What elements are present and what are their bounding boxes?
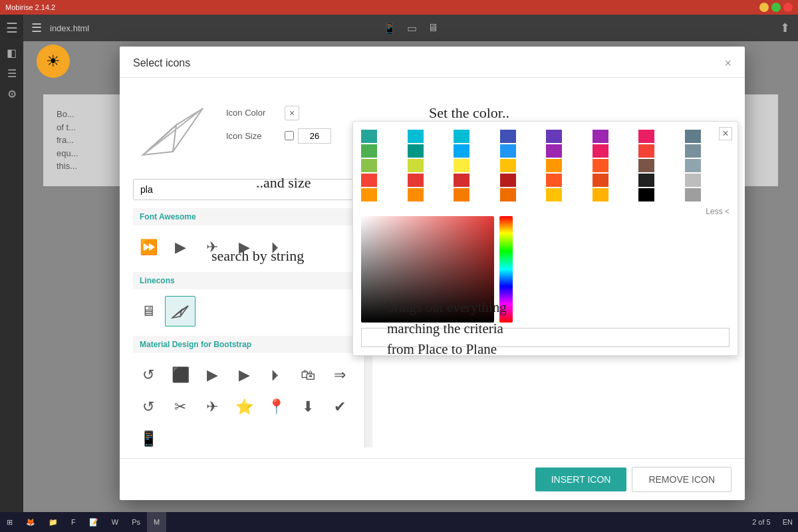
font-awesome-grid: ⏩ ▶ ✈ ▶ ⏵ xyxy=(133,229,364,265)
color-swatch-28[interactable] xyxy=(546,174,562,187)
color-swatch-21[interactable] xyxy=(593,159,608,172)
header-right: ⬆ xyxy=(780,21,790,35)
color-swatch-6[interactable] xyxy=(638,130,654,143)
taskbar-firefox[interactable]: 🦊 xyxy=(19,512,42,532)
icon-md-11[interactable]: ⭐ xyxy=(229,392,259,422)
color-swatch-0[interactable] xyxy=(361,130,377,143)
color-swatch-9[interactable] xyxy=(408,144,424,158)
color-swatch-19[interactable] xyxy=(500,159,516,172)
close-btn[interactable] xyxy=(783,3,793,12)
color-swatch-2[interactable] xyxy=(454,130,469,143)
color-swatch-1[interactable] xyxy=(408,130,424,143)
color-swatch-18[interactable] xyxy=(454,159,469,172)
taskbar-filezilla[interactable]: F xyxy=(65,512,82,532)
taskbar-start[interactable]: ⊞ xyxy=(0,512,19,532)
insert-icon-button[interactable]: INSERT ICON xyxy=(535,467,627,491)
taskbar-ps[interactable]: Ps xyxy=(125,512,147,532)
color-swatch-13[interactable] xyxy=(593,144,608,158)
color-gradient-area[interactable] xyxy=(361,216,494,323)
window-controls[interactable] xyxy=(759,3,793,12)
icon-md-2[interactable]: ⬛ xyxy=(165,360,196,390)
color-swatch-20[interactable] xyxy=(546,159,562,172)
color-swatch-36[interactable] xyxy=(546,188,562,201)
color-close-btn[interactable]: × xyxy=(285,106,299,120)
taskbar-word[interactable]: W xyxy=(105,512,125,532)
sidebar-icon-3[interactable]: ☰ xyxy=(7,67,17,80)
icon-md-1[interactable]: ↺ xyxy=(133,360,164,390)
icon-md-12[interactable]: 📍 xyxy=(261,392,291,422)
taskbar: ⊞ 🦊 📁 F 📝 W Ps M 2 of 5 EN xyxy=(0,512,798,532)
icon-fa-2[interactable]: ▶ xyxy=(165,232,196,263)
color-swatch-7[interactable] xyxy=(685,130,701,143)
icon-md-13[interactable]: ⬇ xyxy=(293,392,323,422)
view-mobile-icon[interactable]: 📱 xyxy=(383,22,396,35)
minimize-btn[interactable] xyxy=(759,3,769,12)
icon-lc-2[interactable] xyxy=(165,296,196,327)
taskbar-notepad[interactable]: 📝 xyxy=(82,512,105,532)
color-swatch-32[interactable] xyxy=(361,188,377,201)
color-swatch-15[interactable] xyxy=(685,144,701,158)
color-swatch-35[interactable] xyxy=(500,188,516,201)
color-swatch-23[interactable] xyxy=(685,159,701,172)
size-input[interactable] xyxy=(298,128,331,144)
view-desktop-icon[interactable]: 🖥 xyxy=(428,22,438,35)
color-swatch-37[interactable] xyxy=(593,188,608,201)
color-swatch-area: × xyxy=(285,106,299,120)
icon-md-3[interactable]: ▶ xyxy=(197,360,227,390)
color-swatch-10[interactable] xyxy=(454,144,469,158)
color-swatch-33[interactable] xyxy=(408,188,424,201)
icon-md-7[interactable]: ⇒ xyxy=(325,360,355,390)
color-swatch-4[interactable] xyxy=(546,130,562,143)
color-swatch-11[interactable] xyxy=(500,144,516,158)
icon-md-15[interactable]: 📱 xyxy=(133,424,164,448)
maximize-btn[interactable] xyxy=(771,3,781,12)
icon-lc-1[interactable]: 🖥 xyxy=(133,296,164,327)
color-swatch-31[interactable] xyxy=(685,174,701,187)
icon-md-6[interactable]: 🛍 xyxy=(293,360,323,390)
color-swatch-34[interactable] xyxy=(454,188,469,201)
color-swatch-24[interactable] xyxy=(361,174,377,187)
sidebar-icon-4[interactable]: ⚙ xyxy=(7,88,17,100)
icon-md-10[interactable]: ✈ xyxy=(197,392,227,422)
color-swatch-29[interactable] xyxy=(593,174,608,187)
color-swatch-16[interactable] xyxy=(361,159,377,172)
title-bar-text: Mobirise 2.14.2 xyxy=(5,3,759,11)
view-tablet-icon[interactable]: ▭ xyxy=(407,22,417,35)
color-swatch-30[interactable] xyxy=(638,174,654,187)
color-swatch-39[interactable] xyxy=(685,188,701,201)
size-lock-checkbox[interactable] xyxy=(285,131,294,140)
publish-icon[interactable]: ⬆ xyxy=(780,21,790,35)
icon-fa-4[interactable]: ▶ xyxy=(229,232,259,263)
color-hue-bar[interactable] xyxy=(499,216,513,323)
taskbar-explorer[interactable]: 📁 xyxy=(42,512,65,532)
icon-md-14[interactable]: ✔ xyxy=(325,392,355,422)
search-input[interactable] xyxy=(133,179,372,200)
color-swatch-14[interactable] xyxy=(638,144,654,158)
remove-icon-button[interactable]: REMOVE ICON xyxy=(632,467,732,492)
sidebar-icon-2[interactable]: ◧ xyxy=(7,47,17,59)
color-picker-close-btn[interactable]: × xyxy=(719,127,732,140)
icon-fa-3[interactable]: ✈ xyxy=(197,232,227,263)
icon-md-8[interactable]: ↺ xyxy=(133,392,164,422)
hex-color-input[interactable] xyxy=(361,328,730,347)
color-swatch-12[interactable] xyxy=(546,144,562,158)
color-swatch-3[interactable] xyxy=(500,130,516,143)
color-swatch-5[interactable] xyxy=(593,130,608,143)
color-swatch-27[interactable] xyxy=(500,174,516,187)
modal-close-button[interactable]: × xyxy=(724,57,732,69)
sidebar-icon-1[interactable]: ☰ xyxy=(6,20,18,36)
color-swatch-38[interactable] xyxy=(638,188,654,201)
color-swatch-25[interactable] xyxy=(408,174,424,187)
color-swatch-26[interactable] xyxy=(454,174,469,187)
less-button[interactable]: Less < xyxy=(361,207,730,216)
color-swatch-22[interactable] xyxy=(638,159,654,172)
icon-fa-5[interactable]: ⏵ xyxy=(261,232,291,263)
icon-md-4[interactable]: ▶ xyxy=(229,360,259,390)
icon-fa-1[interactable]: ⏩ xyxy=(133,232,164,263)
color-swatch-8[interactable] xyxy=(361,144,377,158)
icon-md-5[interactable]: ⏵ xyxy=(261,360,291,390)
menu-icon[interactable]: ☰ xyxy=(31,21,42,35)
taskbar-mobirise[interactable]: M xyxy=(147,512,166,532)
icon-md-9[interactable]: ✂ xyxy=(165,392,196,422)
color-swatch-17[interactable] xyxy=(408,159,424,172)
